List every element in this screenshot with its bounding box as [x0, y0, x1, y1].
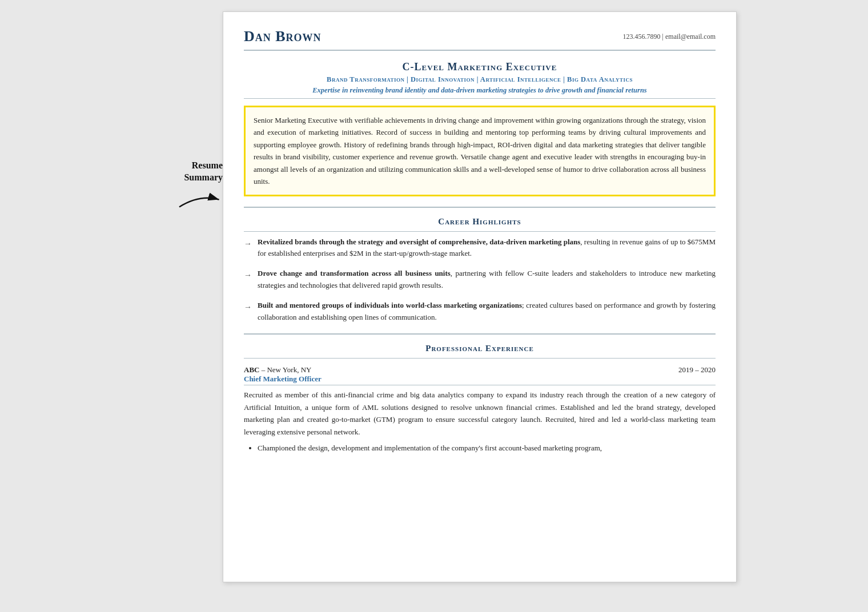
- highlight-text-1: Revitalized brands through the strategy …: [258, 236, 716, 260]
- expertise-line: Expertise in reinventing brand identity …: [244, 86, 716, 95]
- exp-description: Recruited as member of this anti-financi…: [244, 389, 716, 438]
- pointing-arrow-icon: [177, 188, 223, 211]
- exp-date: 2019 – 2020: [678, 365, 716, 375]
- exp-title: Professional Experience: [425, 344, 534, 353]
- company-name-bold: ABC: [244, 365, 259, 374]
- arrow-bullet-icon: →: [244, 269, 252, 281]
- job-title: C-Level Marketing Executive: [244, 61, 716, 73]
- exp-bullets-list: Championed the design, development and i…: [244, 442, 716, 454]
- company-name: ABC – New York, NY: [244, 365, 311, 375]
- list-item: → Drove change and transformation across…: [244, 268, 716, 292]
- exp-divider-bottom: [244, 358, 716, 359]
- resume-header: Dan Brown 123.456.7890 | email@email.com: [244, 28, 716, 51]
- exp-bullet-item: Championed the design, development and i…: [258, 442, 716, 454]
- highlights-list: → Revitalized brands through the strateg…: [244, 232, 716, 334]
- arrow-annotation: [177, 188, 223, 211]
- exp-bullet-text: Championed the design, development and i…: [258, 444, 602, 452]
- contact-info: 123.456.7890 | email@email.com: [623, 28, 716, 41]
- career-highlights-title: Career Highlights: [438, 217, 521, 226]
- title-section: C-Level Marketing Executive Brand Transf…: [244, 57, 716, 99]
- job-header-row: ABC – New York, NY 2019 – 2020: [244, 365, 716, 375]
- divider-top: [244, 207, 716, 208]
- list-item: → Built and mentored groups of individua…: [244, 300, 716, 324]
- exp-divider-top: [244, 333, 716, 335]
- page-wrapper: Resume Summary Dan Brown 123.456.7890 | …: [131, 11, 737, 582]
- highlight-bold-3: Built and mentored groups of individuals…: [258, 301, 522, 309]
- highlight-text-3: Built and mentored groups of individuals…: [258, 300, 716, 324]
- sidebar-label-text: Resume Summary: [184, 160, 223, 184]
- arrow-bullet-icon: →: [244, 237, 252, 250]
- career-highlights-section: Career Highlights → Revitalized brands t…: [244, 207, 716, 334]
- highlight-text-2: Drove change and transformation across a…: [258, 268, 716, 292]
- list-item: → Revitalized brands through the strateg…: [244, 236, 716, 260]
- highlight-bold-2: Drove change and transformation across a…: [258, 269, 451, 277]
- candidate-name: Dan Brown: [244, 28, 322, 45]
- professional-experience-section: Professional Experience ABC – New York, …: [244, 333, 716, 454]
- career-highlights-header: Career Highlights: [244, 217, 716, 227]
- summary-text: Senior Marketing Executive with verifiab…: [254, 116, 706, 186]
- sidebar-annotation: Resume Summary: [131, 11, 223, 211]
- resume-document: Dan Brown 123.456.7890 | email@email.com…: [223, 11, 737, 582]
- summary-box: Senior Marketing Executive with verifiab…: [244, 106, 716, 196]
- exp-header: Professional Experience: [244, 344, 716, 353]
- arrow-bullet-icon: →: [244, 301, 252, 313]
- specialties-line: Brand Transformation | Digital Innovatio…: [244, 75, 716, 84]
- job-role: Chief Marketing Officer: [244, 375, 716, 385]
- highlight-bold-1: Revitalized brands through the strategy …: [258, 237, 580, 246]
- exp-location: – New York, NY: [262, 365, 312, 374]
